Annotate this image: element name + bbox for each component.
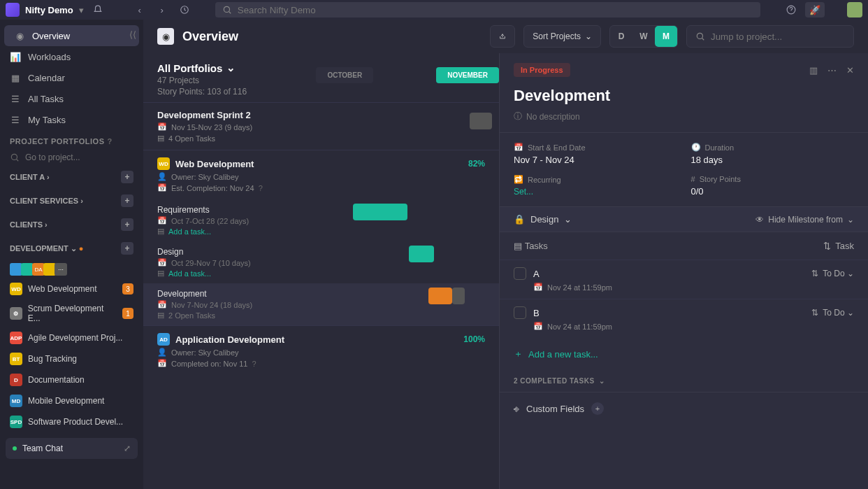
task-status[interactable]: ⇅To Do ⌄ <box>811 269 854 278</box>
gantt-bar[interactable] <box>428 288 452 304</box>
task-checkbox[interactable] <box>514 267 526 280</box>
sidebar-project[interactable]: ⚙Scrum Development E...1 <box>0 299 143 327</box>
month-october[interactable]: OCTOBER <box>316 67 373 83</box>
add-task-link[interactable]: Add a task... <box>168 227 211 236</box>
nav-label: All Tasks <box>28 94 64 104</box>
project-row[interactable]: Development Sprint 2 📅Nov 15-Nov 23 (9 d… <box>143 102 499 150</box>
project-label: Web Development <box>28 284 97 294</box>
add-task-link[interactable]: Add a task... <box>168 269 211 278</box>
sidebar-project[interactable]: ADPAgile Development Proj... <box>0 327 143 348</box>
sidebar-project[interactable]: MDMobile Development <box>0 390 143 411</box>
sort-projects-button[interactable]: Sort Projects ⌄ <box>523 25 601 48</box>
upgrade-button[interactable]: 🚀 <box>805 2 825 17</box>
online-dot-icon <box>13 446 17 451</box>
nav-all-tasks[interactable]: ☰All Tasks <box>0 88 143 109</box>
nav-my-tasks[interactable]: ☰My Tasks <box>0 109 143 130</box>
help-icon[interactable] <box>783 1 800 18</box>
add-icon[interactable]: + <box>121 171 133 183</box>
sidebar-project[interactable]: WDWeb Development3 <box>0 278 143 299</box>
completed-tasks-toggle[interactable]: 2 COMPLETED TASKS ⌄ <box>500 370 868 392</box>
add-field-button[interactable]: + <box>591 402 604 415</box>
info-icon[interactable]: ? <box>252 360 256 368</box>
view-week[interactable]: W <box>632 26 655 47</box>
workspace-name[interactable]: Nifty Demo <box>25 5 73 15</box>
global-search[interactable] <box>215 2 760 17</box>
milestone-description[interactable]: ⓘNo description <box>500 111 868 132</box>
expand-icon[interactable]: ⤢ <box>124 444 131 453</box>
gantt-bar[interactable] <box>353 204 407 220</box>
jump-to-project[interactable] <box>686 25 854 48</box>
info-icon[interactable]: ? <box>259 184 263 192</box>
field-story-points[interactable]: #Story Points 0/0 <box>691 175 855 197</box>
dependency-selector[interactable]: 🔒Design ⌄ <box>514 214 572 225</box>
share-button[interactable] <box>490 25 515 48</box>
portfolio-client-services[interactable]: CLIENT SERVICES ›+ <box>0 189 143 213</box>
task-item[interactable]: A⇅To Do ⌄📅Nov 24 at 11:59pm <box>500 260 868 299</box>
milestone-title[interactable]: Development <box>500 87 868 111</box>
view-month[interactable]: M <box>655 26 677 47</box>
task-item[interactable]: B⇅To Do ⌄📅Nov 24 at 11:59pm <box>500 299 868 338</box>
project-search[interactable] <box>0 150 143 165</box>
sidebar-project[interactable]: SPDSoftware Product Devel... <box>0 411 143 432</box>
project-percent: 82% <box>468 159 485 169</box>
task-checkbox[interactable] <box>514 306 526 319</box>
global-search-input[interactable] <box>238 5 753 15</box>
add-icon[interactable]: + <box>121 242 133 255</box>
nav-workloads[interactable]: 📊Workloads <box>0 46 143 67</box>
archive-icon[interactable]: ▥ <box>809 65 818 76</box>
task-status[interactable]: ⇅To Do ⌄ <box>811 308 854 318</box>
sidebar-project[interactable]: BTBug Tracking <box>0 348 143 369</box>
status-badge[interactable]: In Progress <box>514 63 570 77</box>
portfolio-development[interactable]: DEVELOPMENT ⌄ ●+ <box>0 236 143 260</box>
project-icon: MD <box>10 395 22 407</box>
page-title: Overview <box>182 29 238 44</box>
info-icon[interactable]: ? <box>108 137 113 146</box>
add-icon[interactable]: + <box>121 194 133 207</box>
svg-point-3 <box>697 33 702 38</box>
gantt-bar[interactable] <box>409 246 434 262</box>
task-sort[interactable]: ⇅Task <box>823 241 854 251</box>
close-icon[interactable]: ✕ <box>846 65 854 76</box>
milestone-row[interactable]: Development 📅Nov 7-Nov 24 (18 days) ▤2 O… <box>143 283 499 325</box>
portfolio-members[interactable]: DA⋯ <box>0 260 143 278</box>
more-icon[interactable]: ⋯ <box>827 65 837 76</box>
user-avatar[interactable] <box>847 2 862 17</box>
add-icon[interactable]: + <box>121 218 133 231</box>
nav-overview[interactable]: ◉Overview <box>4 25 139 46</box>
field-duration[interactable]: 🕐Duration 18 days <box>691 143 855 165</box>
nav-calendar[interactable]: ▦Calendar <box>0 67 143 88</box>
sidebar-project[interactable]: DDocumentation <box>0 369 143 390</box>
team-chat[interactable]: Team Chat ⤢ <box>6 438 138 459</box>
portfolio-client-a[interactable]: CLIENT A ›+ <box>0 165 143 189</box>
nav-back-icon[interactable]: ‹ <box>131 1 148 18</box>
history-icon[interactable] <box>176 1 193 18</box>
milestone-row[interactable]: Requirements 📅Oct 7-Oct 28 (22 days) ▤Ad… <box>143 199 499 241</box>
milestone-row[interactable]: Design 📅Oct 29-Nov 7 (10 days) ▤Add a ta… <box>143 241 499 283</box>
search-icon <box>695 31 705 41</box>
compass-icon: ◉ <box>14 30 25 41</box>
jump-input[interactable] <box>711 31 845 42</box>
nav-forward-icon[interactable]: › <box>154 1 171 18</box>
notifications-icon[interactable] <box>89 1 106 18</box>
collapse-sidebar-icon[interactable]: ⟨⟨ <box>129 29 136 40</box>
chevron-down-icon[interactable]: ▾ <box>79 5 84 15</box>
field-start-end[interactable]: 📅Start & End Date Nov 7 - Nov 24 <box>514 143 677 165</box>
plus-icon: ＋ <box>514 348 523 360</box>
add-new-task[interactable]: ＋Add a new task... <box>500 338 868 370</box>
story-points: Story Points: 103 of 116 <box>157 87 485 97</box>
project-percent: 100% <box>463 334 485 344</box>
project-label: Agile Development Proj... <box>28 333 122 343</box>
hide-milestone-toggle[interactable]: 👁Hide Milestone from ⌄ <box>755 215 854 225</box>
project-search-input[interactable] <box>25 153 133 162</box>
custom-fields[interactable]: ⎆ Custom Fields + <box>500 392 868 425</box>
field-recurring[interactable]: 🔁Recurring Set... <box>514 175 677 197</box>
project-row[interactable]: WD Web Development 82% 👤Owner: Sky Calib… <box>143 150 499 199</box>
share-icon <box>499 31 506 41</box>
project-row[interactable]: AD Application Development 100% 👤Owner: … <box>143 325 499 375</box>
project-icon: D <box>10 374 22 386</box>
month-november[interactable]: NOVEMBER <box>436 67 499 83</box>
portfolio-clients[interactable]: CLIENTS ›+ <box>0 213 143 236</box>
gantt-bar[interactable] <box>470 113 492 129</box>
view-day[interactable]: D <box>610 26 632 47</box>
gantt-bar-remaining[interactable] <box>452 288 465 304</box>
